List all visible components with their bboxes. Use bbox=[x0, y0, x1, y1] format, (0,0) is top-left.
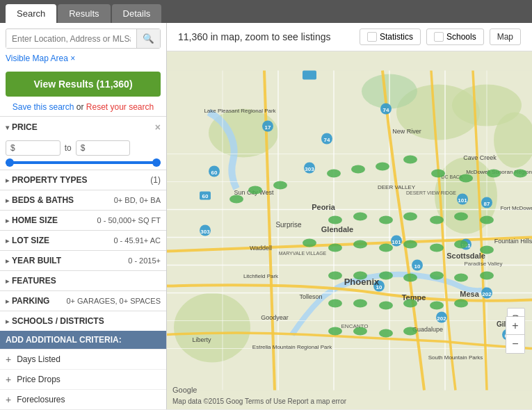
foreclosures-label: Foreclosures bbox=[17, 395, 65, 404]
criteria-foreclosures[interactable]: + Foreclosures bbox=[0, 389, 166, 409]
svg-point-122 bbox=[403, 327, 417, 336]
svg-point-84 bbox=[327, 170, 341, 178]
schools-districts-arrow: ▸ bbox=[6, 318, 9, 325]
features-header[interactable]: ▸ FEATURES bbox=[0, 271, 166, 290]
price-to-input: $ bbox=[76, 140, 131, 156]
search-button[interactable]: 🔍 bbox=[136, 29, 160, 48]
beds-baths-header[interactable]: ▸ BEDS & BATHS 0+ bd, 0+ ba bbox=[0, 190, 166, 210]
svg-text:Tolleson: Tolleson bbox=[299, 293, 322, 300]
price-from-field[interactable] bbox=[17, 143, 56, 153]
reset-search-link[interactable]: Reset your search bbox=[86, 102, 154, 112]
svg-point-113 bbox=[328, 300, 342, 308]
svg-text:Surprise: Surprise bbox=[275, 221, 302, 229]
beds-baths-value: 0+ bd, 0+ ba bbox=[114, 196, 161, 204]
map-button[interactable]: Map bbox=[490, 28, 521, 45]
save-search-link[interactable]: Save this search bbox=[13, 102, 74, 112]
price-drops-label: Price Drops bbox=[17, 375, 61, 384]
tab-search[interactable]: Search bbox=[6, 4, 56, 23]
property-types-label: PROPERTY TYPES bbox=[12, 175, 87, 185]
features-arrow: ▸ bbox=[6, 277, 9, 285]
svg-text:Mesa: Mesa bbox=[460, 290, 479, 298]
svg-point-101 bbox=[379, 244, 393, 252]
home-size-arrow: ▸ bbox=[6, 217, 9, 224]
svg-point-91 bbox=[328, 216, 342, 224]
svg-text:303: 303 bbox=[200, 229, 210, 235]
price-slider-min[interactable] bbox=[6, 158, 14, 167]
lot-size-header[interactable]: ▸ LOT SIZE 0 - 45.91+ ac bbox=[0, 231, 166, 250]
google-logo: Google bbox=[172, 386, 197, 394]
beds-baths-arrow: ▸ bbox=[6, 197, 9, 204]
svg-point-85 bbox=[351, 165, 365, 174]
property-types-header[interactable]: ▸ PROPERTY TYPES (1) bbox=[0, 170, 166, 190]
svg-point-105 bbox=[480, 246, 494, 254]
statistics-button[interactable]: Statistics bbox=[360, 28, 421, 45]
view-results-button[interactable]: View Results (11,360) bbox=[6, 72, 161, 97]
svg-point-119 bbox=[328, 327, 342, 336]
year-built-filter: ▸ YEAR BUILT 0 - 2015+ bbox=[0, 250, 166, 270]
svg-point-116 bbox=[403, 300, 417, 308]
schools-districts-header[interactable]: ▸ SCHOOLS / DISTRICTS bbox=[0, 311, 166, 331]
parking-arrow: ▸ bbox=[6, 297, 9, 305]
zoom-out-button[interactable]: − bbox=[506, 335, 524, 353]
zoom-in-button[interactable]: + bbox=[506, 317, 524, 335]
property-types-arrow: ▸ bbox=[6, 177, 9, 184]
svg-point-125 bbox=[229, 195, 243, 204]
main-layout: 🔍 Visible Map Area × View Results (11,36… bbox=[0, 23, 532, 409]
year-built-header[interactable]: ▸ YEAR BUILT 0 - 2015+ bbox=[0, 251, 166, 270]
year-built-value: 0 - 2015+ bbox=[128, 256, 161, 265]
svg-text:South Mountain Parks: South Mountain Parks bbox=[428, 354, 483, 361]
svg-text:74: 74 bbox=[324, 137, 330, 143]
svg-point-124 bbox=[248, 186, 262, 195]
price-close-icon[interactable]: × bbox=[155, 122, 161, 133]
map-svg: 17 60 74 303 74 303 101 101 10 10 bbox=[167, 51, 532, 409]
search-bar: 🔍 bbox=[6, 28, 161, 49]
search-input[interactable] bbox=[6, 30, 136, 48]
statistics-checkbox bbox=[367, 32, 377, 42]
features-label: FEATURES bbox=[12, 276, 56, 286]
svg-point-114 bbox=[353, 300, 367, 308]
price-from-input: $ bbox=[6, 140, 61, 156]
schools-button[interactable]: Schools bbox=[426, 28, 484, 45]
svg-point-111 bbox=[454, 274, 468, 282]
schools-checkbox bbox=[434, 32, 444, 42]
svg-point-90 bbox=[487, 170, 501, 178]
property-types-count: (1) bbox=[150, 175, 161, 185]
map-header: 11,360 in map, zoom to see listings Stat… bbox=[167, 23, 532, 51]
price-slider-max[interactable] bbox=[152, 158, 161, 167]
svg-point-95 bbox=[430, 216, 444, 224]
map-area[interactable]: 17 60 74 303 74 303 101 101 10 10 bbox=[167, 51, 532, 409]
visible-map-link[interactable]: Visible Map Area × bbox=[6, 54, 75, 63]
right-panel: 11,360 in map, zoom to see listings Stat… bbox=[167, 23, 532, 409]
price-to-field[interactable] bbox=[87, 143, 125, 153]
days-listed-bullet: + bbox=[6, 354, 11, 365]
svg-rect-28 bbox=[303, 71, 316, 80]
svg-point-87 bbox=[403, 156, 417, 164]
property-types-filter: ▸ PROPERTY TYPES (1) bbox=[0, 170, 166, 190]
price-slider[interactable] bbox=[0, 160, 166, 170]
tab-results[interactable]: Results bbox=[58, 4, 110, 23]
svg-point-100 bbox=[353, 240, 367, 249]
tabs-bar: Search Results Details bbox=[0, 0, 532, 23]
criteria-days-listed[interactable]: + Days Listed bbox=[0, 349, 166, 369]
svg-point-115 bbox=[379, 302, 393, 310]
svg-point-96 bbox=[454, 213, 468, 221]
tab-details[interactable]: Details bbox=[112, 4, 162, 23]
svg-text:DESERT VIEW RIDGE: DESERT VIEW RIDGE bbox=[406, 190, 456, 195]
svg-text:New River: New River bbox=[392, 128, 421, 135]
svg-point-106 bbox=[328, 272, 342, 280]
svg-point-104 bbox=[454, 240, 468, 249]
svg-text:Scottsdale: Scottsdale bbox=[446, 252, 485, 260]
svg-text:10: 10 bbox=[414, 263, 421, 270]
additional-criteria-header: ADD ADDITIONAL CRITERIA: bbox=[0, 331, 166, 349]
price-filter-header[interactable]: ▾ PRICE × bbox=[0, 117, 166, 138]
parking-header[interactable]: ▸ PARKING 0+ garages, 0+ spaces bbox=[0, 291, 166, 311]
svg-text:DEER VALLEY: DEER VALLEY bbox=[378, 184, 416, 190]
home-size-header[interactable]: ▸ HOME SIZE 0 - 50,000+ sq ft bbox=[0, 211, 166, 230]
criteria-price-drops[interactable]: + Price Drops bbox=[0, 369, 166, 389]
map-controls: Statistics Schools Map bbox=[360, 28, 521, 45]
visible-map-close[interactable]: × bbox=[70, 54, 75, 63]
svg-text:Lake Pleasant Regional Park: Lake Pleasant Regional Park bbox=[204, 108, 276, 114]
lot-size-value: 0 - 45.91+ ac bbox=[113, 236, 161, 245]
svg-text:Liberty: Liberty bbox=[192, 336, 211, 343]
svg-point-112 bbox=[480, 272, 494, 280]
